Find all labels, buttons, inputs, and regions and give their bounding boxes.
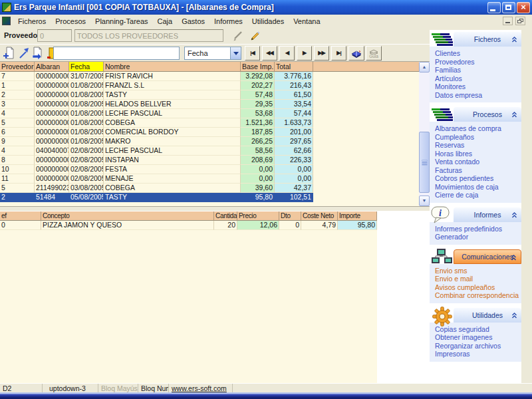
sidebar-item[interactable]: Reservas xyxy=(435,141,520,150)
sidebar-item[interactable]: Movimientos de caja xyxy=(435,183,520,192)
maximize-button[interactable] xyxy=(502,2,515,13)
table-row[interactable]: 4 0000000000 01/08/2005 LECHE PASCUAL 53… xyxy=(0,109,419,118)
sidebar-item[interactable]: Cobros pendientes xyxy=(435,174,520,183)
sidebar-item[interactable]: Familias xyxy=(435,66,520,74)
guia-label: Guia xyxy=(369,55,378,59)
edit-record-button[interactable] xyxy=(17,46,31,61)
table-row[interactable]: 3 0000000000 01/08/2005 HELADOS BELLVER … xyxy=(0,100,419,109)
scrollbar-thumb[interactable] xyxy=(419,132,430,193)
sidebar-item[interactable]: Artículos xyxy=(435,74,520,83)
sidebar-item[interactable]: Monitores xyxy=(435,82,520,91)
nav-prev-fast-button[interactable]: ◀◀ xyxy=(262,46,277,61)
menu-item[interactable]: Gastos xyxy=(177,16,209,27)
table-row[interactable]: 2 0000000000 01/08/2005 TASTY 57,48 61,5… xyxy=(0,90,419,100)
scroll-down-button[interactable]: ▼ xyxy=(419,196,430,206)
sidebar-item[interactable]: Datos empresa xyxy=(435,91,520,100)
mdi-restore-button[interactable] xyxy=(515,17,525,25)
nav-first-button[interactable]: |◀ xyxy=(245,46,260,61)
sidebar-item[interactable]: Impresoras xyxy=(435,350,520,358)
sidebar-item[interactable]: Envio e mail xyxy=(435,275,520,283)
menu-item[interactable]: Ficheros xyxy=(13,16,51,27)
sidebar-item[interactable]: Venta contado xyxy=(435,158,520,166)
table-row[interactable]: 5 2114990230 03/08/2005 COBEGA 39,60 42,… xyxy=(0,184,419,193)
pane-splitter[interactable] xyxy=(0,206,430,211)
table-row[interactable]: 1 0000000000 01/08/2005 FRANZL S.L 202,2… xyxy=(0,81,419,90)
table-row[interactable]: 5 0000000002 01/08/2005 COBEGA 1.521,36 … xyxy=(0,118,419,128)
sidebar-item[interactable]: Generador xyxy=(435,233,520,241)
provider-edit-button[interactable] xyxy=(248,29,263,43)
combo-dropdown-button[interactable] xyxy=(230,47,241,59)
sidebar-header-ficheros[interactable]: Ficheros xyxy=(454,32,521,47)
sidebar-section-utilidades: Utilidades Copias seguridadObtener image… xyxy=(430,308,521,362)
sidebar-item[interactable]: Facturas xyxy=(435,166,520,175)
notes-button[interactable] xyxy=(348,46,364,61)
menu-item[interactable]: Caja xyxy=(153,16,178,27)
nav-prev-button[interactable]: ◀ xyxy=(279,46,295,61)
sidebar-item[interactable]: Cierre de caja xyxy=(435,191,520,200)
bars-chart-icon xyxy=(431,106,454,124)
sidebar-header-procesos[interactable]: Procesos xyxy=(454,107,521,122)
sidebar-header-informes[interactable]: Informes xyxy=(454,207,521,222)
column-header-nombre[interactable]: Nombre xyxy=(104,62,241,72)
sidebar-item[interactable]: Cumpleaños xyxy=(435,133,520,142)
svg-text:i: i xyxy=(439,207,442,217)
sidebar-item[interactable]: Clientes xyxy=(435,49,520,58)
scroll-up-button[interactable]: ▲ xyxy=(419,62,430,72)
menu-item[interactable]: Ventana xyxy=(289,16,325,27)
edit-arrow-icon xyxy=(17,47,31,60)
toolbar: Fecha |◀ ◀◀ ◀ ▶ ▶▶ ▶| Guia xyxy=(0,44,430,62)
minimize-button[interactable] xyxy=(487,2,501,13)
provider-code-input[interactable] xyxy=(37,29,72,42)
table-row[interactable]: 8 0000000000 02/08/2005 INSTAPAN 208,69 … xyxy=(0,156,419,165)
sidebar-item[interactable]: Reorganizar archivos xyxy=(435,342,520,350)
guia-button[interactable]: Guia xyxy=(366,46,382,61)
vertical-scrollbar[interactable]: ▲ ▼ xyxy=(419,62,430,206)
nav-next-button[interactable]: ▶ xyxy=(297,46,312,61)
detail-row[interactable]: 0 PIZZA JAMON Y QUESO 20 12,06 0 4,79 95… xyxy=(0,221,430,230)
sidebar-header-comunicaciones[interactable]: Comunicaciones xyxy=(454,249,521,264)
nav-next-fast-button[interactable]: ▶▶ xyxy=(314,46,329,61)
sidebar-items-procesos: Albaranes de compraCumpleañosReservasHor… xyxy=(430,122,521,203)
status-website-link[interactable]: www.ers-soft.com xyxy=(169,384,233,392)
column-header-total[interactable]: Total xyxy=(275,62,313,72)
sidebar-section-comunicaciones: Comunicaciones Envio smsEnvio e mailAvis… xyxy=(430,249,521,303)
table-row[interactable]: 7 0000000000 31/07/2005 FRIST RAVICH 3.2… xyxy=(0,72,419,81)
table-row[interactable]: 6 0000000003 01/08/2005 COMERCIAL BORDOY… xyxy=(0,128,419,137)
sidebar-item[interactable]: Obtener imagenes xyxy=(435,333,520,342)
table-row[interactable]: 11 0000000000 02/08/2005 MENAJE 0,00 0,0… xyxy=(0,174,419,184)
sidebar-header-utilidades[interactable]: Utilidades xyxy=(454,308,521,323)
column-header-proveedor[interactable]: Proveedor xyxy=(0,62,35,72)
nav-last-button[interactable]: ▶| xyxy=(331,46,346,61)
table-row[interactable]: 10 0000000000 02/08/2005 FESTA 0,00 0,00 xyxy=(0,165,419,174)
column-header-albaran[interactable]: Albaran xyxy=(35,62,69,72)
sidebar-item[interactable]: Envio sms xyxy=(435,267,520,275)
close-button[interactable]: × xyxy=(517,2,530,13)
menu-item[interactable]: Utilidades xyxy=(247,16,289,27)
menu-item[interactable]: Planning-Tareas xyxy=(90,16,153,27)
sidebar-item[interactable]: Proveedores xyxy=(435,58,520,66)
sidebar-section-informes: i Informes Informes predefinidosGenerado… xyxy=(430,207,521,245)
provider-edit-disabled-button[interactable] xyxy=(231,29,246,43)
provider-name-input[interactable] xyxy=(74,29,223,42)
table-row[interactable]: 9 0000000004 01/08/2005 MAKRO 266,25 297… xyxy=(0,137,419,146)
mdi-minimize-button[interactable] xyxy=(503,17,513,25)
sidebar-item[interactable]: Informes predefinidos xyxy=(435,225,520,233)
sidebar-header-label: Procesos xyxy=(473,110,502,118)
menu-item[interactable]: Procesos xyxy=(51,16,90,27)
column-header-fecha[interactable]: Fecha xyxy=(69,62,104,72)
status-bar: D2 uptodown-3 Bloq Mayús Bloq Num www.er… xyxy=(0,383,532,392)
new-document-icon xyxy=(3,47,16,60)
sidebar-item[interactable]: Horas libres xyxy=(435,150,520,158)
search-input[interactable] xyxy=(53,47,180,60)
export-record-button[interactable] xyxy=(31,46,45,61)
table-row[interactable]: 4 040040007 02/08/2005 LECHE PASCUAL 58,… xyxy=(0,146,419,156)
order-combo[interactable]: Fecha xyxy=(184,47,241,60)
new-record-button[interactable] xyxy=(2,46,17,61)
sidebar-item[interactable]: Avisos cumpleaños xyxy=(435,283,520,292)
column-header-base-imp[interactable]: Base Imp. xyxy=(241,62,275,72)
mdi-minimize-icon xyxy=(505,22,510,23)
table-row[interactable]: 2 51484 05/08/2005 TASTY 95,80 102,51 xyxy=(0,193,419,202)
menu-item[interactable]: Informes xyxy=(209,16,247,27)
sidebar-item[interactable]: Albaranes de compra xyxy=(435,124,520,133)
sidebar-item[interactable]: Combinar correspondencia xyxy=(435,291,520,300)
